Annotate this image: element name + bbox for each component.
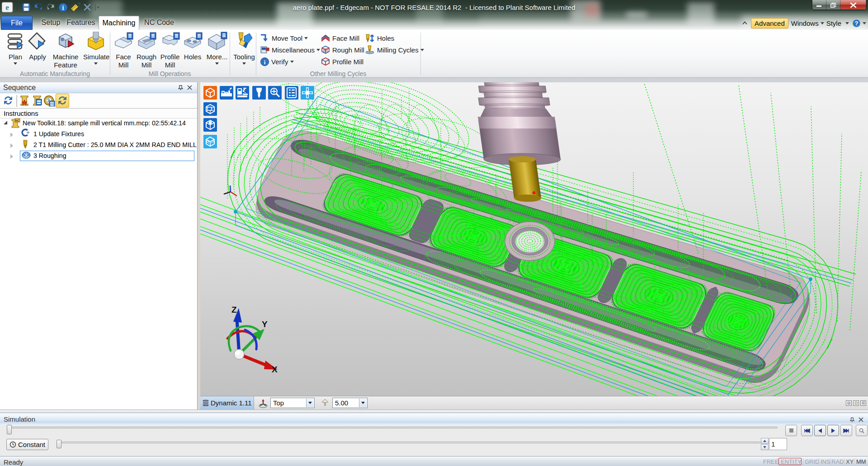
svg-text:?: ? bbox=[77, 2, 80, 8]
svg-text:Y: Y bbox=[262, 319, 268, 329]
svg-text:i: i bbox=[264, 59, 266, 66]
svg-text:Z: Z bbox=[231, 305, 237, 314]
svg-text:NC: NC bbox=[15, 119, 19, 122]
svg-text:e: e bbox=[5, 3, 9, 12]
svg-text:?: ? bbox=[855, 20, 859, 27]
svg-text:i: i bbox=[62, 5, 64, 11]
svg-text:X: X bbox=[272, 365, 278, 374]
